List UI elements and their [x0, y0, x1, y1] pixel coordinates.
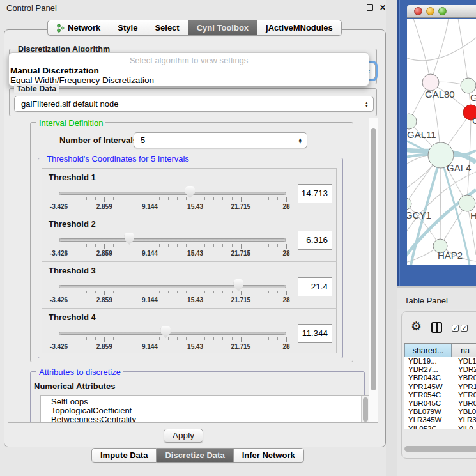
- slider-track[interactable]: [59, 192, 286, 195]
- panel-title: Control Panel: [6, 3, 57, 13]
- network-node[interactable]: [461, 78, 476, 93]
- node-label: C: [472, 115, 476, 126]
- combo-arrows-icon: ▲▼: [365, 101, 369, 107]
- tab-discretize-data[interactable]: Discretize Data: [157, 448, 233, 463]
- slider-ticks: [59, 291, 286, 295]
- slider-ticks: [59, 244, 286, 249]
- table-data-combobox[interactable]: galFiltered.sif default node ▲▼: [14, 96, 374, 112]
- slider-thumb[interactable]: [234, 279, 243, 291]
- threshold-label: Threshold 2: [49, 219, 96, 229]
- gear-icon[interactable]: ⚙: [411, 321, 422, 332]
- apply-button[interactable]: Apply: [164, 429, 203, 443]
- panel-divider: [386, 0, 397, 476]
- tab-cyni-toolbox[interactable]: Cyni Toolbox: [188, 20, 257, 36]
- column-header-shared-name[interactable]: shared...: [404, 344, 452, 358]
- slider-track[interactable]: [59, 285, 286, 288]
- table-panel-box: ⚙ ✓ ✓ shared... na YDL19...YDL1 YDR27...…: [401, 311, 476, 459]
- list-item[interactable]: SelfLoops: [41, 396, 369, 406]
- network-view-window: GAL80 GA C GAL11 GAL4 GCY1 H HAP2: [397, 0, 476, 288]
- network-canvas[interactable]: GAL80 GA C GAL11 GAL4 GCY1 H HAP2: [407, 19, 476, 265]
- node-label: H: [470, 210, 476, 221]
- network-window-titlebar[interactable]: [407, 5, 476, 18]
- tab-jactivemnodules[interactable]: jActiveMNodules: [257, 20, 342, 36]
- control-panel-tabs: Network Style Select Cyni Toolbox jActiv…: [47, 20, 342, 36]
- table-row[interactable]: YDL19...YDL1: [404, 357, 476, 365]
- table-row[interactable]: YBR043CYBR0: [404, 374, 476, 382]
- network-node-gal11[interactable]: [407, 114, 417, 129]
- tab-infer-network[interactable]: Infer Network: [234, 448, 304, 463]
- threshold-label: Threshold 1: [49, 173, 96, 182]
- table-row[interactable]: YIL052CYIL0: [404, 425, 476, 430]
- threshold-value-field[interactable]: 14.713: [298, 184, 332, 203]
- network-icon: [56, 24, 65, 33]
- settings-scrollbar-thumb[interactable]: [371, 128, 376, 390]
- slider-tick-labels: -3.4262.8599.14415.4321.71528: [59, 296, 286, 304]
- settings-scrollpane: Interval Definition Number of Intervals …: [8, 118, 378, 423]
- threshold-row-1: Threshold 1 -3.4262.8599.14415.4321.7152…: [42, 169, 337, 215]
- table-row[interactable]: YLR345WYLR3: [404, 416, 476, 424]
- table-horizontal-scrollbar[interactable]: [404, 446, 476, 452]
- screen: Control Panel ✕ Network Style Select Cyn…: [0, 0, 476, 476]
- node-label: GAL4: [447, 162, 471, 173]
- node-label: GAL11: [407, 129, 436, 140]
- slider-track[interactable]: [59, 238, 286, 242]
- slider-thumb[interactable]: [185, 186, 195, 198]
- tab-impute-data[interactable]: Impute Data: [91, 448, 157, 463]
- table-row[interactable]: YPR145WYPR1: [404, 383, 476, 391]
- table-panel-title: Table Panel: [404, 296, 448, 305]
- checkbox-icon[interactable]: ✓: [452, 325, 459, 332]
- slider-thumb[interactable]: [125, 233, 134, 245]
- float-panel-button[interactable]: [365, 4, 374, 13]
- slider-tick-labels: -3.4262.8599.14415.4321.71528: [59, 343, 286, 351]
- table-horizontal-scrollbar-thumb[interactable]: [404, 446, 476, 452]
- slider-track[interactable]: [59, 332, 286, 335]
- threshold-row-4: Threshold 4 -3.4262.8599.14415.4321.7152…: [42, 308, 337, 354]
- slider-tick-labels: -3.4262.8599.14415.4321.71528: [59, 203, 286, 211]
- float-icon: [367, 4, 373, 11]
- table-data-title: Table Data: [14, 84, 59, 93]
- list-scrollbar-thumb[interactable]: [363, 397, 368, 422]
- columns-icon[interactable]: [431, 322, 442, 333]
- dropdown-hint: Select algorithm to view settings: [9, 56, 369, 65]
- thresholds-group-title: Threshold's Coordinates for 5 Intervals: [44, 154, 192, 164]
- tab-select[interactable]: Select: [146, 20, 188, 36]
- network-node[interactable]: [459, 195, 475, 211]
- dropdown-option-manual[interactable]: Manual Discretization: [10, 66, 368, 75]
- list-item[interactable]: BetweennessCentrality: [41, 415, 369, 423]
- number-of-intervals-combobox[interactable]: 5 ▲▼: [134, 132, 307, 148]
- threshold-label: Threshold 4: [49, 312, 96, 322]
- dropdown-option-equal-width[interactable]: Equal Width/Frequency Discretization: [10, 75, 368, 85]
- bottom-tabs: Impute Data Discretize Data Infer Networ…: [91, 448, 304, 463]
- column-header-name[interactable]: na: [452, 344, 476, 358]
- tab-network[interactable]: Network: [47, 20, 109, 36]
- numerical-attributes-label: Numerical Attributes: [34, 381, 115, 391]
- list-scrollbar[interactable]: [361, 396, 369, 423]
- minimize-window-icon[interactable]: [426, 7, 434, 15]
- settings-scrollbar[interactable]: [369, 118, 378, 422]
- number-of-intervals-label: Number of Intervals: [59, 135, 137, 145]
- table-row[interactable]: YBR045CYBR0: [404, 399, 476, 408]
- node-label: GA: [470, 92, 476, 103]
- table-row[interactable]: YDR27...YDR2: [404, 365, 476, 374]
- threshold-value-field[interactable]: 6.316: [298, 231, 332, 250]
- tab-style[interactable]: Style: [109, 20, 146, 36]
- node-label: GAL80: [425, 89, 455, 100]
- algorithm-dropdown-popup: Select algorithm to view settings Manual…: [8, 52, 369, 86]
- zoom-window-icon[interactable]: [438, 7, 447, 15]
- close-window-icon[interactable]: [414, 7, 422, 15]
- table-row[interactable]: YER054CYER0: [404, 391, 476, 399]
- combo-arrows-icon: ▲▼: [298, 137, 302, 144]
- threshold-value-field[interactable]: 21.4: [298, 277, 332, 296]
- list-item[interactable]: TopologicalCoefficient: [41, 406, 369, 415]
- table-row[interactable]: YBL079WYBL0: [404, 408, 476, 416]
- threshold-row-3: Threshold 3 -3.4262.8599.14415.4321.7152…: [42, 261, 337, 307]
- threshold-row-2: Threshold 2 -3.4262.8599.14415.4321.7152…: [42, 215, 337, 261]
- node-label: GCY1: [407, 210, 431, 220]
- network-node-gcy1[interactable]: [407, 198, 411, 210]
- slider-thumb[interactable]: [161, 326, 171, 338]
- threshold-value-field[interactable]: 11.344: [298, 324, 332, 343]
- table-rows: YDL19...YDL1 YDR27...YDR2 YBR043CYBR0 YP…: [404, 357, 476, 429]
- numerical-attributes-list: SelfLoops TopologicalCoefficient Between…: [40, 395, 369, 423]
- checkbox-icon[interactable]: ✓: [461, 325, 468, 332]
- table-header-row: shared... na: [404, 343, 476, 357]
